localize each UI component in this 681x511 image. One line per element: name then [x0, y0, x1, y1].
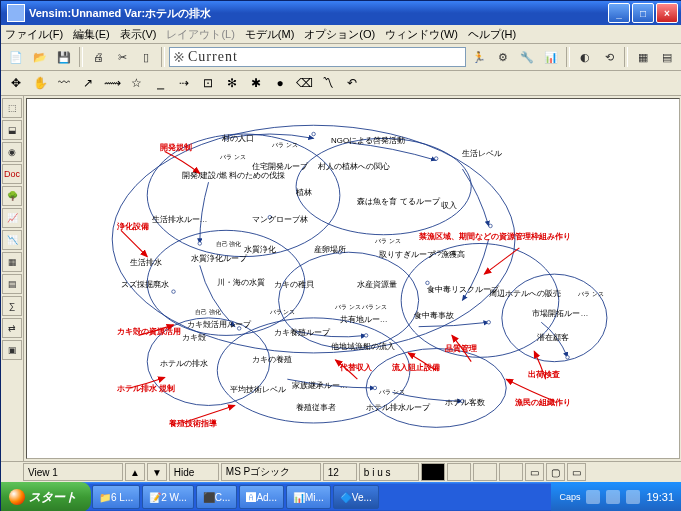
side-tree[interactable]: 🌳 — [2, 186, 22, 206]
tool-l[interactable]: 〽 — [317, 73, 339, 93]
status-shape2[interactable]: ▢ — [546, 463, 565, 481]
node-housing-loop: 住宅開発ループ — [252, 162, 309, 171]
bal6: バラ ンス — [334, 303, 361, 310]
menu-window[interactable]: ウィンドウ(W) — [385, 27, 458, 42]
start-button[interactable]: スタート — [1, 482, 91, 511]
node-selfreinf1: 自己 強化 — [216, 240, 242, 247]
titlebar[interactable]: Vensim:Unnamed Var:ホテルの排水 _ □ × — [1, 1, 681, 25]
side-strip[interactable]: 📈 — [2, 208, 22, 228]
tray-icon-3[interactable] — [626, 490, 640, 504]
node-spawning: 産卵場所 — [314, 245, 346, 254]
taskbar-item-4[interactable]: 🅰 Ad... — [239, 485, 284, 509]
policy-ship-check: 出荷検査 — [528, 370, 560, 379]
causal-loop-diagram[interactable]: 村の人口 NGOによる啓発活動 生活レベル 開発/建設/燃 料のための伐採 住宅… — [27, 99, 679, 458]
tool-b[interactable]: 🔧 — [516, 46, 538, 68]
status-shape3[interactable]: ▭ — [567, 463, 586, 481]
tray-icon-2[interactable] — [606, 490, 620, 504]
status-view[interactable]: View 1 — [23, 463, 123, 481]
status-color1[interactable] — [421, 463, 445, 481]
status-font[interactable]: MS Pゴシック — [221, 463, 321, 481]
side-runs[interactable]: ▤ — [2, 274, 22, 294]
tool-j[interactable]: ✱ — [245, 73, 267, 93]
status-color4[interactable] — [499, 463, 523, 481]
node-family-loop: 家族継承ルー… — [292, 381, 348, 390]
taskbar-item-2[interactable]: 📝 2 W... — [142, 485, 194, 509]
menu-help[interactable]: ヘルプ(H) — [468, 27, 516, 42]
status-attrs[interactable]: b i u s — [359, 463, 419, 481]
taskbar-item-6[interactable]: 🔷 Ve... — [333, 485, 379, 509]
side-table[interactable]: ▦ — [2, 252, 22, 272]
side-causes[interactable]: ⬚ — [2, 98, 22, 118]
side-doc[interactable]: Doc — [2, 164, 22, 184]
node-fish-resource: 水産資源量 — [357, 280, 397, 289]
clock[interactable]: 19:31 — [646, 491, 674, 503]
status-color2[interactable] — [447, 463, 471, 481]
side-loops[interactable]: ◉ — [2, 142, 22, 162]
shadow-tool[interactable]: ⇢ — [173, 73, 195, 93]
windows-taskbar[interactable]: スタート 📁 6 L... 📝 2 W... ⬛ C... 🅰 Ad... 📊 … — [1, 482, 681, 511]
node-hotel-guests: ホテル客数 — [445, 398, 485, 407]
tool-m[interactable]: ↶ — [341, 73, 363, 93]
menu-model[interactable]: モデル(M) — [245, 27, 295, 42]
arrow-tool[interactable]: ↗ — [77, 73, 99, 93]
taskbar-item-1[interactable]: 📁 6 L... — [92, 485, 140, 509]
tool-f[interactable]: ▦ — [632, 46, 654, 68]
new-button[interactable]: 📄 — [5, 46, 27, 68]
open-button[interactable]: 📂 — [29, 46, 51, 68]
node-oyster-juv: カキの稚貝 — [274, 280, 314, 289]
rate-tool[interactable]: ⟿ — [101, 73, 123, 93]
maximize-button[interactable]: □ — [632, 3, 654, 23]
menu-layout[interactable]: レイアウト(L) — [166, 27, 234, 42]
status-nav-up[interactable]: ▲ — [125, 463, 145, 481]
comment-tool[interactable]: ● — [269, 73, 291, 93]
cut-button[interactable]: ✂ — [111, 46, 133, 68]
menu-edit[interactable]: 編集(E) — [73, 27, 110, 42]
close-button[interactable]: × — [656, 3, 678, 23]
menu-options[interactable]: オプション(O) — [304, 27, 375, 42]
node-potential-cust: 潜在顧客 — [537, 333, 569, 342]
menu-view[interactable]: 表示(V) — [120, 27, 157, 42]
tool-a[interactable]: ⚙ — [492, 46, 514, 68]
tool-d[interactable]: ◐ — [574, 46, 596, 68]
delete-tool[interactable]: ⌫ — [293, 73, 315, 93]
var-tool[interactable]: 〰 — [53, 73, 75, 93]
side-graph[interactable]: 📉 — [2, 230, 22, 250]
system-tray[interactable]: Caps 19:31 — [551, 482, 681, 511]
cloud-tool[interactable]: ⎯ — [149, 73, 171, 93]
print-button[interactable]: 🖨 — [87, 46, 109, 68]
tool-e[interactable]: ⟲ — [598, 46, 620, 68]
status-nav-down[interactable]: ▼ — [147, 463, 167, 481]
window-title: Vensim:Unnamed Var:ホテルの排水 — [29, 6, 608, 21]
side-output[interactable]: ▣ — [2, 340, 22, 360]
tool-c[interactable]: 📊 — [540, 46, 562, 68]
side-uses[interactable]: ⬓ — [2, 120, 22, 140]
pointer-tool[interactable]: ✥ — [5, 73, 27, 93]
status-shape1[interactable]: ▭ — [525, 463, 544, 481]
svg-point-13 — [489, 224, 493, 228]
node-shell-loop: カキ殻活用ループ — [187, 320, 252, 329]
taskbar-item-3[interactable]: ⬛ C... — [196, 485, 238, 509]
policy-fisher-org: 漁民の組織作り — [514, 398, 571, 407]
status-hide[interactable]: Hide — [169, 463, 219, 481]
policy-dev-reg: 開発規制 — [160, 143, 192, 152]
menu-file[interactable]: ファイル(F) — [5, 27, 63, 42]
node-poison-accident: 食中毒事故 — [414, 311, 454, 320]
hand-tool[interactable]: ✋ — [29, 73, 51, 93]
tray-icon-1[interactable] — [586, 490, 600, 504]
status-size[interactable]: 12 — [323, 463, 357, 481]
side-stats[interactable]: ∑ — [2, 296, 22, 316]
taskbar-item-5[interactable]: 📊 Mi... — [286, 485, 331, 509]
tool-g[interactable]: ▤ — [656, 46, 678, 68]
minimize-button[interactable]: _ — [608, 3, 630, 23]
box-tool[interactable]: ⊡ — [197, 73, 219, 93]
side-compare[interactable]: ⇄ — [2, 318, 22, 338]
status-color3[interactable] — [473, 463, 497, 481]
variable-selector[interactable]: ※ Current — [169, 47, 466, 67]
copy-button[interactable]: ▯ — [135, 46, 157, 68]
tool-i[interactable]: ✻ — [221, 73, 243, 93]
sim-button[interactable]: 🏃 — [468, 46, 490, 68]
model-canvas[interactable]: 村の人口 NGOによる啓発活動 生活レベル 開発/建設/燃 料のための伐採 住宅… — [26, 98, 680, 459]
node-dev-log: 開発/建設/燃 料のための伐採 — [182, 171, 285, 180]
aux-tool[interactable]: ☆ — [125, 73, 147, 93]
save-button[interactable]: 💾 — [53, 46, 75, 68]
